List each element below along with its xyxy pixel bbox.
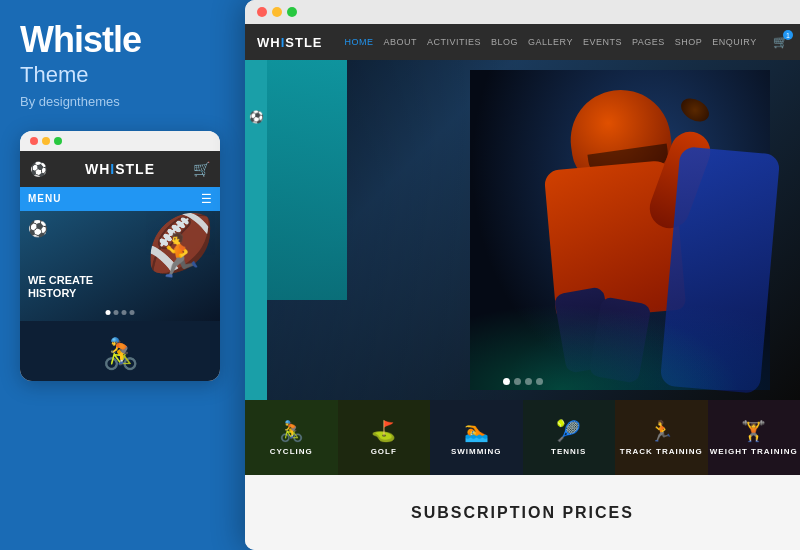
brand-title: Whistle <box>20 20 141 60</box>
nav-item-activities[interactable]: ACTIVITIES <box>427 37 481 47</box>
slide-dot-1 <box>106 310 111 315</box>
sport-cat-tennis[interactable]: 🎾 TENNIS <box>523 400 616 475</box>
mobile-cycling-icon: 🚴 <box>102 336 139 371</box>
nav-item-about[interactable]: ABOUT <box>384 37 418 47</box>
mobile-soccer-icon: ⚽ <box>30 161 47 177</box>
sport-cat-cycling[interactable]: 🚴 CYCLING <box>245 400 338 475</box>
weight-label: WEIGHT TRAINING <box>710 447 798 456</box>
desktop-hero: ⚽ <box>245 60 800 400</box>
nav-item-enquiry[interactable]: ENQUIRY <box>712 37 756 47</box>
hero-slide-dots <box>503 378 543 385</box>
desktop-nav-logo: WHISTLE <box>257 35 323 50</box>
mobile-logo: WHISTLE <box>30 161 210 177</box>
weight-icon: 🏋 <box>741 419 766 443</box>
sport-cat-golf[interactable]: ⛳ GOLF <box>338 400 431 475</box>
hero-player-art <box>470 70 770 390</box>
mobile-slide-dots <box>106 310 135 315</box>
left-panel: Whistle Theme By designthemes ⚽ WHISTLE … <box>0 0 240 550</box>
cycling-icon: 🚴 <box>279 419 304 443</box>
brand-subtitle: Theme <box>20 62 88 88</box>
teal-bg <box>267 60 347 300</box>
mobile-header: ⚽ WHISTLE 🛒 <box>20 151 220 187</box>
mobile-menu-bar[interactable]: MENU ☰ <box>20 187 220 211</box>
hero-sidebar-strip: ⚽ <box>245 60 267 400</box>
track-icon: 🏃 <box>649 419 674 443</box>
cycling-label: CYCLING <box>270 447 313 456</box>
tennis-label: TENNIS <box>551 447 586 456</box>
mobile-cart-icon: 🛒 <box>193 161 210 177</box>
desktop-expand-dot <box>287 7 297 17</box>
slide-dot-4 <box>130 310 135 315</box>
mobile-minimize-dot <box>42 137 50 145</box>
hero-dot-2 <box>514 378 521 385</box>
desktop-mockup: WHISTLE HOME ABOUT ACTIVITIES BLOG GALLE… <box>245 0 800 550</box>
desktop-minimize-dot <box>272 7 282 17</box>
football <box>677 94 713 126</box>
desktop-close-dot <box>257 7 267 17</box>
sidebar-soccer-icon: ⚽ <box>249 110 264 124</box>
desktop-nav: WHISTLE HOME ABOUT ACTIVITIES BLOG GALLE… <box>245 24 800 60</box>
slide-dot-3 <box>122 310 127 315</box>
desktop-nav-items: HOME ABOUT ACTIVITIES BLOG GALLERY EVENT… <box>345 37 761 47</box>
hero-dot-3 <box>525 378 532 385</box>
mobile-hero-player: 🏈 🏃 <box>155 211 215 321</box>
nav-item-blog[interactable]: BLOG <box>491 37 518 47</box>
nav-item-gallery[interactable]: GALLERY <box>528 37 573 47</box>
hero-dot-4 <box>536 378 543 385</box>
nav-item-pages[interactable]: PAGES <box>632 37 665 47</box>
swimming-label: SWIMMING <box>451 447 502 456</box>
sport-cat-swimming[interactable]: 🏊 SWIMMING <box>430 400 523 475</box>
mobile-close-dot <box>30 137 38 145</box>
hamburger-icon[interactable]: ☰ <box>201 192 212 206</box>
mobile-hero: ⚽ 🏈 🏃 WE CREATE HISTORY <box>20 211 220 321</box>
golf-label: GOLF <box>371 447 397 456</box>
nav-item-shop[interactable]: SHOP <box>675 37 703 47</box>
tennis-icon: 🎾 <box>556 419 581 443</box>
mobile-mockup: ⚽ WHISTLE 🛒 MENU ☰ ⚽ 🏈 🏃 WE CREATE HISTO… <box>20 131 220 381</box>
nav-item-home[interactable]: HOME <box>345 37 374 47</box>
cart-badge: 1 <box>783 30 793 40</box>
desktop-window-controls <box>245 0 800 24</box>
golf-icon: ⛳ <box>371 419 396 443</box>
nav-item-events[interactable]: EVENTS <box>583 37 622 47</box>
bottom-section: SUBSCRIPTION PRICES <box>245 475 800 550</box>
sport-cat-weight[interactable]: 🏋 WEIGHT TRAINING <box>708 400 801 475</box>
slide-dot-2 <box>114 310 119 315</box>
stadium-glow <box>470 290 770 390</box>
brand-author: By designthemes <box>20 94 120 109</box>
hero-dot-1 <box>503 378 510 385</box>
desktop-cart-icon[interactable]: 🛒 1 <box>773 35 788 49</box>
sports-categories: 🚴 CYCLING ⛳ GOLF 🏊 SWIMMING 🎾 TENNIS 🏃 T… <box>245 400 800 475</box>
mobile-menu-label: MENU <box>28 193 61 204</box>
hero-teal-strip <box>267 60 347 300</box>
sport-cat-track[interactable]: 🏃 TRACK TRAINING <box>615 400 708 475</box>
mobile-expand-dot <box>54 137 62 145</box>
mobile-cycling-section: 🚴 <box>20 321 220 381</box>
mobile-hero-text: WE CREATE HISTORY <box>28 274 93 300</box>
swimming-icon: 🏊 <box>464 419 489 443</box>
track-label: TRACK TRAINING <box>620 447 703 456</box>
mobile-hero-soccer-icon: ⚽ <box>28 219 48 238</box>
subscription-title: SUBSCRIPTION PRICES <box>411 504 634 522</box>
mobile-window-controls <box>20 131 220 151</box>
